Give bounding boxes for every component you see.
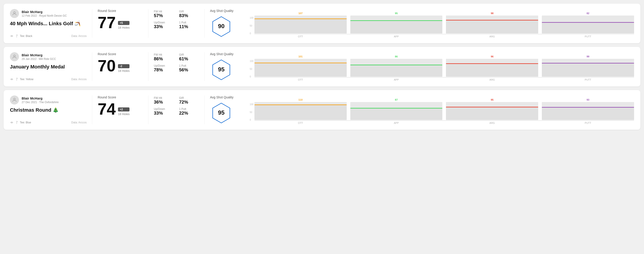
svg-point-1	[11, 36, 12, 36]
score-main: 77 +5 18 Holes	[98, 14, 143, 31]
divider-3	[204, 52, 204, 81]
left-section: Blair McHarg 29 Jan 2022 · Mill Ride GCC…	[10, 52, 86, 81]
bar-group-arg: 96	[446, 55, 538, 77]
stat-oneputt: 1 Putt 22%	[179, 107, 199, 116]
stat-oneputt: 1 Putt 56%	[179, 64, 199, 73]
tee-data-row: Tee: Black Data: Arccos	[10, 34, 86, 38]
score-holes: 18 Holes	[118, 112, 130, 116]
bar-group-app: 87	[350, 98, 442, 120]
tee-color: Tee: Blue	[20, 121, 31, 124]
stats-section: FW Hit 57% GIR 83% Up/Down 33% 1 Putt 11…	[154, 9, 199, 38]
user-row: Blair McHarg 12 Feb 2022 · Royal North D…	[10, 9, 86, 18]
divider-2	[148, 9, 148, 38]
stat-fw-hit: FW Hit 57%	[154, 10, 174, 18]
stats-section: FW Hit 36% GIR 72% Up/Down 33% 1 Putt 22…	[154, 96, 199, 124]
avatar	[10, 96, 19, 105]
stat-gir: GIR 61%	[179, 53, 199, 61]
hexagon-container: 95	[210, 59, 232, 81]
round-card: Blair McHarg 12 Feb 2022 · Royal North D…	[4, 3, 640, 43]
tee-info: Tee: Yellow	[10, 77, 34, 81]
score-number: 74	[98, 101, 116, 117]
score-badge-group: +5 18 Holes	[118, 21, 130, 29]
bar-group-ott: 110	[254, 98, 347, 120]
stat-updown: Up/Down 33%	[154, 107, 174, 116]
bar-group-app: 95	[350, 12, 442, 33]
user-name: Blair McHarg	[22, 53, 56, 57]
date-course: 29 Jan 2022 · Mill Ride GCC	[22, 57, 56, 61]
divider-3	[204, 96, 204, 124]
data-source: Data: Arccos	[71, 121, 86, 124]
quality-section: Avg Shot Quality 95	[210, 52, 246, 81]
weather-icon	[10, 77, 14, 81]
user-name: Blair McHarg	[22, 96, 59, 100]
user-name: Blair McHarg	[22, 10, 67, 14]
hexagon-container: 90	[210, 15, 232, 38]
data-source: Data: Arccos	[71, 78, 86, 81]
data-source: Data: Arccos	[71, 34, 86, 38]
score-section: Round Score 70 -2 18 Holes	[98, 52, 143, 81]
golf-icon	[15, 77, 18, 81]
tee-data-row: Tee: Yellow Data: Arccos	[10, 77, 86, 81]
divider-3	[204, 9, 204, 38]
quality-label: Avg Shot Quality	[210, 96, 234, 99]
svg-point-11	[11, 122, 12, 123]
divider-2	[148, 96, 148, 124]
score-main: 74 +2 18 Holes	[98, 101, 143, 117]
quality-section: Avg Shot Quality 95	[210, 96, 246, 124]
round-title: January Monthly Medal	[10, 64, 86, 70]
bar-group-arg: 95	[446, 98, 538, 120]
svg-text:90: 90	[218, 23, 225, 29]
score-badge-group: -2 18 Holes	[118, 64, 130, 73]
stat-oneputt: 1 Putt 11%	[179, 21, 199, 29]
stat-fw-hit: FW Hit 86%	[154, 53, 174, 61]
stats-grid: FW Hit 57% GIR 83% Up/Down 33% 1 Putt 11…	[154, 10, 199, 29]
stats-grid: FW Hit 86% GIR 61% Up/Down 78% 1 Putt 56…	[154, 53, 199, 73]
score-label: Round Score	[98, 9, 143, 13]
stats-grid: FW Hit 36% GIR 72% Up/Down 33% 1 Putt 22…	[154, 96, 199, 116]
avatar	[10, 52, 19, 61]
tee-color: Tee: Black	[20, 34, 32, 38]
divider-2	[148, 52, 148, 81]
tee-info: Tee: Blue	[10, 121, 31, 124]
stat-gir: GIR 72%	[179, 96, 199, 105]
golf-icon	[15, 121, 18, 124]
score-holes: 18 Holes	[118, 26, 130, 29]
tee-info: Tee: Black	[10, 34, 32, 38]
golf-icon	[15, 34, 18, 38]
score-badge: -2	[118, 64, 130, 68]
round-card: Blair McHarg 29 Jan 2022 · Mill Ride GCC…	[4, 47, 640, 87]
avatar	[10, 9, 19, 18]
tee-data-row: Tee: Blue Data: Arccos	[10, 121, 86, 124]
score-number: 70	[98, 58, 116, 74]
svg-text:95: 95	[218, 66, 225, 73]
bar-group-arg: 98	[446, 12, 538, 33]
left-section: Blair McHarg 12 Feb 2022 · Royal North D…	[10, 9, 86, 38]
weather-icon	[10, 121, 14, 124]
stats-section: FW Hit 86% GIR 61% Up/Down 78% 1 Putt 56…	[154, 52, 199, 81]
chart-section: 100 50 0 107 95	[246, 9, 634, 38]
score-badge: +5	[118, 21, 130, 25]
date-course: 27 Dec 2021 · The Oxfordshire	[22, 101, 59, 104]
round-title: 40 Mph Winds... Links Golf 🪃	[10, 21, 86, 26]
score-badge-group: +2 18 Holes	[118, 107, 130, 116]
tee-color: Tee: Yellow	[20, 78, 34, 81]
left-section: Blair McHarg 27 Dec 2021 · The Oxfordshi…	[10, 96, 86, 124]
score-holes: 18 Holes	[118, 69, 130, 73]
score-label: Round Score	[98, 96, 143, 99]
user-info: Blair McHarg 12 Feb 2022 · Royal North D…	[22, 10, 67, 17]
svg-text:95: 95	[218, 109, 225, 116]
quality-label: Avg Shot Quality	[210, 9, 234, 13]
hexagon-container: 95	[210, 102, 232, 124]
divider-1	[92, 9, 92, 38]
user-info: Blair McHarg 27 Dec 2021 · The Oxfordshi…	[22, 96, 59, 104]
chart-section: 100 50 0 110 87	[246, 96, 634, 124]
bar-group-putt: 99	[542, 55, 634, 77]
round-title: Christmas Round 🎄	[10, 107, 86, 113]
bar-group-app: 86	[350, 55, 442, 77]
divider-1	[92, 96, 92, 124]
bar-group-putt: 82	[542, 12, 634, 33]
stat-updown: Up/Down 33%	[154, 21, 174, 29]
bar-group-ott: 101	[254, 55, 347, 77]
chart-section: 100 50 0 101 86	[246, 52, 634, 81]
round-card: Blair McHarg 27 Dec 2021 · The Oxfordshi…	[4, 90, 640, 130]
